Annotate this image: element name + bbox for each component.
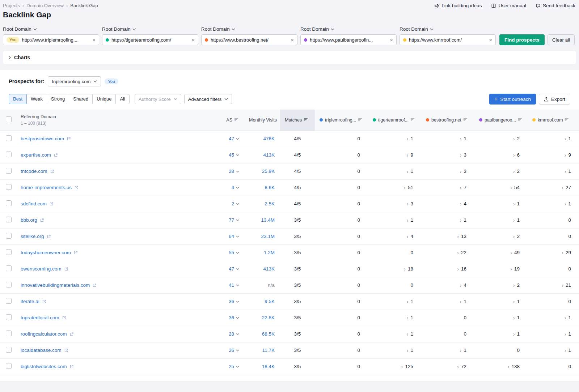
remove-domain-icon[interactable]: × [92, 37, 96, 43]
root-domain-dropdown-4[interactable]: Root Domain [300, 26, 397, 32]
backlink-count-cell[interactable]: ›1 [528, 326, 579, 342]
referring-domain-link[interactable]: localdatabase.com [21, 348, 62, 353]
backlink-count-cell[interactable]: ›1 [474, 196, 528, 212]
export-button[interactable]: Export [539, 94, 570, 105]
backlink-count-cell[interactable]: ›9 [528, 147, 579, 163]
tab-weak[interactable]: Weak [26, 94, 47, 104]
backlink-count-cell[interactable]: ›1 [528, 310, 579, 326]
monthly-visits-value[interactable]: 13.4M [242, 217, 280, 223]
row-checkbox[interactable] [6, 265, 12, 271]
row-checkbox[interactable] [6, 282, 12, 287]
competitor-header-tigerteamroof[interactable]: tigerteamroof... [368, 110, 421, 131]
as-score-expander[interactable]: 64 [219, 234, 241, 239]
backlink-count-cell[interactable]: ›1 [528, 131, 579, 147]
backlink-count-cell[interactable]: ›49 [474, 244, 528, 261]
row-checkbox[interactable] [6, 249, 12, 255]
root-domain-dropdown-5[interactable]: Root Domain [400, 26, 496, 32]
backlink-count-cell[interactable]: ›1 [474, 212, 528, 228]
row-checkbox[interactable] [6, 331, 12, 336]
external-link-icon[interactable] [47, 234, 51, 239]
backlink-count-cell[interactable]: ›1 [368, 342, 421, 358]
backlink-count-cell[interactable]: ›1 [528, 342, 579, 358]
as-score-expander[interactable]: 36 [219, 299, 241, 304]
backlink-count-cell[interactable]: ›19 [474, 261, 528, 277]
backlink-count-cell[interactable]: ›1 [368, 310, 421, 326]
external-link-icon[interactable] [73, 251, 78, 255]
backlink-count-cell[interactable]: ›1 [528, 196, 579, 212]
advanced-filters-dropdown[interactable]: Advanced filters [184, 94, 232, 104]
backlink-count-cell[interactable]: ›21 [528, 277, 579, 293]
backlink-count-cell[interactable]: ›1 [474, 310, 528, 326]
external-link-icon[interactable] [49, 202, 54, 206]
tab-shared[interactable]: Shared [69, 94, 93, 104]
domain-input-competitor-4[interactable]: https://www.kmrroof.com/ × [400, 34, 496, 45]
domain-input-competitor-3[interactable]: https://www.paulbangeroofin... × [300, 34, 397, 45]
backlink-count-cell[interactable]: ›27 [528, 179, 579, 196]
backlink-count-cell[interactable]: ›6 [474, 147, 528, 163]
external-link-icon[interactable] [50, 169, 54, 174]
send-feedback-link[interactable]: Send feedback [536, 3, 575, 8]
row-checkbox[interactable] [6, 314, 12, 320]
backlink-count-cell[interactable]: ›1 [368, 326, 421, 342]
select-all-checkbox[interactable] [6, 116, 12, 122]
backlink-count-cell[interactable]: ›29 [528, 244, 579, 261]
backlink-count-cell[interactable]: ›1 [421, 131, 474, 147]
backlink-count-cell[interactable]: ›1 [474, 293, 528, 310]
as-score-expander[interactable]: 26 [219, 348, 241, 353]
prospects-domain-select[interactable]: triplemroofing.com [48, 76, 101, 86]
as-score-expander[interactable]: 55 [219, 250, 241, 255]
backlink-count-cell[interactable]: ›4 [421, 196, 474, 212]
as-score-expander[interactable]: 47 [219, 266, 241, 272]
as-score-expander[interactable]: 2 [219, 201, 241, 206]
matches-column-header[interactable]: Matches [280, 110, 315, 131]
referring-domain-link[interactable]: owenscorning.com [21, 266, 62, 272]
domain-input-competitor-1[interactable]: https://tigerteamroofing.com/ × [102, 34, 198, 45]
remove-domain-icon[interactable]: × [489, 37, 492, 43]
external-link-icon[interactable] [74, 186, 79, 190]
referring-domain-link[interactable]: expertise.com [21, 152, 51, 158]
external-link-icon[interactable] [40, 218, 44, 222]
breadcrumb-projects[interactable]: Projects [3, 3, 20, 8]
backlink-count-cell[interactable]: ›3 [368, 196, 421, 212]
row-checkbox[interactable] [6, 298, 12, 304]
row-checkbox[interactable] [6, 168, 12, 174]
monthly-visits-value[interactable]: 413K [242, 152, 280, 158]
backlink-count-cell[interactable]: ›1 [368, 163, 421, 179]
as-score-expander[interactable]: 28 [219, 169, 241, 174]
referring-domain-link[interactable]: sitelike.org [21, 234, 44, 239]
as-column-header[interactable]: AS [219, 110, 242, 131]
monthly-visits-value[interactable]: 2.5K [242, 201, 280, 206]
domain-input-competitor-2[interactable]: https://www.bestroofing.net/ × [201, 34, 297, 45]
backlink-count-cell[interactable]: ›138 [474, 358, 528, 375]
row-checkbox[interactable] [6, 152, 12, 157]
competitor-header-paulbangeroofing[interactable]: paulbangeroo... [474, 110, 528, 131]
referring-domain-link[interactable]: roofingcalculator.com [21, 331, 67, 337]
as-score-expander[interactable]: 45 [219, 152, 241, 158]
referring-domain-link[interactable]: innovativebuildingmaterials.com [21, 282, 90, 288]
backlink-count-cell[interactable]: ›125 [368, 358, 421, 375]
backlink-count-cell[interactable]: ›1 [421, 212, 474, 228]
charts-toggle[interactable]: Charts [3, 51, 576, 64]
row-checkbox[interactable] [6, 363, 12, 369]
backlink-count-cell[interactable]: ›51 [368, 179, 421, 196]
tab-unique[interactable]: Unique [92, 94, 116, 104]
as-score-expander[interactable]: 77 [219, 217, 241, 223]
row-checkbox[interactable] [6, 184, 12, 190]
authority-score-filter[interactable]: Authority Score [135, 94, 181, 104]
backlink-count-cell[interactable]: ›3 [421, 163, 474, 179]
competitor-header-bestroofing[interactable]: bestroofing.net [421, 110, 474, 131]
monthly-visits-value[interactable]: 23.1M [242, 234, 280, 239]
backlink-count-cell[interactable]: ›2 [474, 163, 528, 179]
external-link-icon[interactable] [67, 137, 71, 141]
start-outreach-button[interactable]: + Start outreach [489, 94, 536, 105]
backlink-count-cell[interactable]: ›1 [528, 163, 579, 179]
user-manual-link[interactable]: User manual [491, 3, 526, 8]
referring-domain-link[interactable]: bbb.org [21, 217, 37, 223]
referring-domain-link[interactable]: sdcfind.com [21, 201, 47, 206]
as-score-expander[interactable]: 25 [219, 364, 241, 369]
row-checkbox[interactable] [6, 347, 12, 353]
remove-domain-icon[interactable]: × [291, 37, 294, 43]
external-link-icon[interactable] [69, 365, 74, 369]
tab-all[interactable]: All [115, 94, 129, 104]
monthly-visits-value[interactable]: 413K [242, 266, 280, 272]
